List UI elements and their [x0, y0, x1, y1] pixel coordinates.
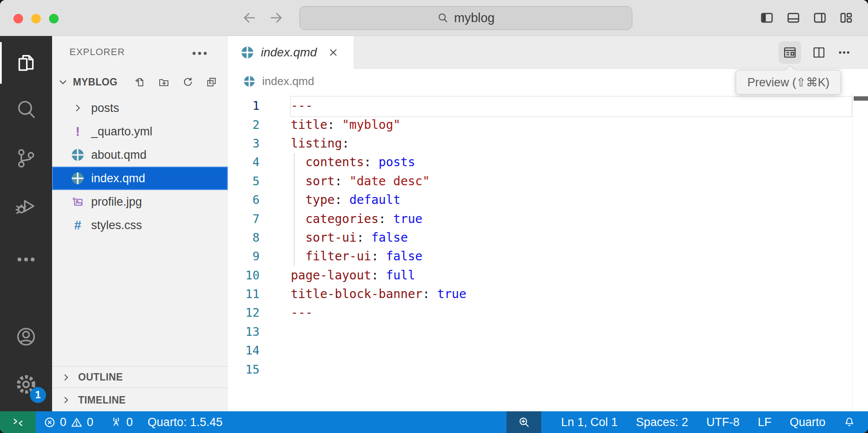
new-file-icon[interactable] [134, 76, 146, 88]
customize-layout-icon[interactable] [839, 10, 854, 25]
preview-button[interactable] [779, 41, 801, 64]
line-content: --- [260, 305, 313, 320]
notifications-bell-icon[interactable] [843, 416, 856, 429]
code-line-4[interactable]: 4 contents: posts [228, 153, 868, 171]
quarto-version: Quarto: 1.5.45 [148, 416, 223, 429]
chevron-right-icon [61, 395, 71, 405]
code-editor[interactable]: 1---2title: "myblog"3listing:4 contents:… [228, 94, 868, 411]
line-number: 14 [228, 344, 260, 357]
activitybar-settings[interactable] [0, 361, 52, 408]
zoom-in-icon [517, 416, 530, 429]
activitybar-search[interactable] [0, 86, 52, 133]
code-line-14[interactable]: 14 [228, 341, 868, 360]
code-line-1[interactable]: 1--- [228, 96, 868, 115]
code-line-7[interactable]: 7 categories: true [228, 209, 868, 228]
code-line-12[interactable]: 12--- [228, 303, 868, 322]
problems-status[interactable]: 0 0 [43, 416, 93, 429]
warning-icon [70, 416, 83, 429]
code-line-3[interactable]: 3listing: [228, 134, 868, 153]
tree-item-profile-jpg[interactable]: profile.jpg [52, 190, 228, 213]
activity-bar: 1 [0, 36, 52, 411]
settings-badge: 1 [30, 387, 46, 403]
ellipsis-icon [15, 248, 37, 271]
cursor-position-status[interactable]: Ln 1, Col 1 [561, 416, 618, 429]
eol-status[interactable]: LF [758, 416, 772, 429]
project-name: MYBLOG [73, 76, 118, 88]
line-number: 8 [228, 231, 260, 244]
quarto-icon [70, 148, 85, 162]
activitybar-run-debug[interactable] [0, 183, 52, 230]
search-value: myblog [454, 11, 495, 25]
source-control-icon [15, 147, 37, 170]
more-actions-icon[interactable] [837, 45, 852, 60]
sidebar-more-actions-icon[interactable] [190, 44, 209, 57]
tree-item-styles-css[interactable]: #styles.css [52, 213, 228, 237]
refresh-icon[interactable] [182, 76, 194, 88]
command-center-search[interactable]: myblog [299, 6, 632, 30]
project-root-row[interactable]: MYBLOG [52, 72, 228, 92]
css-icon: # [70, 218, 85, 233]
explorer-sidebar: EXPLORER MYBLOG [52, 36, 228, 411]
sidebar-section-outline[interactable]: OUTLINE [52, 366, 228, 388]
ports-status[interactable]: 0 [110, 416, 133, 429]
tree-item-about-qmd[interactable]: about.qmd [52, 143, 228, 167]
encoding-status[interactable]: UTF-8 [706, 416, 740, 429]
line-number: 5 [228, 174, 260, 188]
close-icon[interactable] [327, 46, 339, 59]
toggle-panel-icon[interactable] [786, 10, 801, 25]
indentation-status[interactable]: Spaces: 2 [636, 416, 688, 429]
tab-label: index.qmd [261, 46, 317, 59]
code-line-6[interactable]: 6 type: default [228, 190, 868, 209]
quarto-version-status[interactable]: Quarto: 1.5.45 [148, 416, 223, 429]
code-line-9[interactable]: 9 filter-ui: false [228, 247, 868, 266]
workbench: 1 EXPLORER MYBLOG [0, 36, 868, 411]
zoom-status-button[interactable] [506, 411, 541, 433]
code-line-10[interactable]: 10page-layout: full [228, 266, 868, 285]
editor-actions [779, 36, 868, 69]
activitybar-accounts[interactable] [0, 313, 52, 360]
sidebar-section-timeline[interactable]: TIMELINE [52, 387, 228, 412]
activitybar-source-control[interactable] [0, 135, 52, 182]
toggle-secondary-sidebar-icon[interactable] [812, 10, 827, 25]
forward-arrow-icon[interactable] [269, 10, 284, 26]
line-number: 2 [228, 118, 260, 131]
code-line-13[interactable]: 13 [228, 322, 868, 341]
activitybar-explorer[interactable] [0, 39, 52, 86]
activitybar-more-views[interactable] [0, 236, 52, 283]
line-content: contents: posts [260, 155, 415, 169]
quarto-icon [70, 171, 85, 186]
line-number: 1 [228, 99, 260, 112]
code-line-8[interactable]: 8 sort-ui: false [228, 228, 868, 247]
tree-item--quarto-yml[interactable]: !_quarto.yml [52, 120, 228, 143]
line-number: 11 [228, 287, 260, 301]
preview-tooltip: Preview (⇧⌘K) [736, 70, 841, 95]
tree-item-index-qmd[interactable]: index.qmd [52, 167, 228, 190]
quarto-file-icon [241, 46, 254, 59]
collapse-all-icon[interactable] [206, 76, 217, 88]
debug-icon [15, 195, 37, 217]
split-editor-icon[interactable] [812, 45, 826, 60]
toggle-primary-sidebar-icon[interactable] [760, 10, 774, 25]
chevron-down-icon [57, 76, 69, 88]
zoom-window-button[interactable] [49, 14, 59, 23]
file-label: about.qmd [91, 148, 147, 162]
line-content: listing: [260, 136, 349, 151]
files-icon [15, 52, 37, 74]
back-arrow-icon[interactable] [241, 10, 257, 26]
close-window-button[interactable] [13, 14, 23, 23]
code-line-2[interactable]: 2title: "myblog" [228, 115, 868, 134]
tree-item-posts[interactable]: posts [52, 96, 228, 120]
line-content: title: "myblog" [260, 118, 401, 132]
minimize-window-button[interactable] [31, 14, 41, 23]
editor-group: index.qmd [228, 36, 868, 411]
tab-index-qmd[interactable]: index.qmd [228, 36, 354, 69]
remote-indicator[interactable] [0, 411, 36, 433]
code-line-11[interactable]: 11title-block-banner: true [228, 285, 868, 303]
language-mode-status[interactable]: Quarto [789, 416, 825, 429]
code-line-5[interactable]: 5 sort: "date desc" [228, 172, 868, 190]
new-folder-icon[interactable] [158, 76, 170, 88]
line-content: type: default [260, 193, 401, 207]
code-line-15[interactable]: 15 [228, 360, 868, 378]
layout-controls [760, 10, 868, 25]
line-content: sort-ui: false [260, 230, 408, 245]
